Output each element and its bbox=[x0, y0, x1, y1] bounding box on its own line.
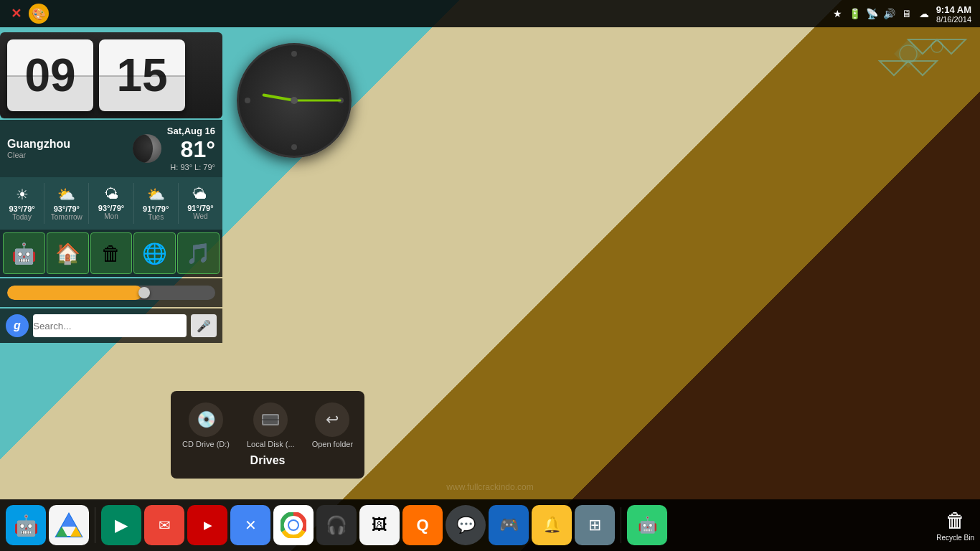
drive-triangle-icon bbox=[55, 512, 83, 538]
recycle-bin-icon: 🗑 bbox=[946, 509, 966, 532]
android-apps-icon[interactable]: 🤖 bbox=[627, 505, 667, 545]
forecast-wed: 🌥 91°/79° Wed bbox=[179, 183, 222, 224]
search-widget: g 🎤 bbox=[0, 309, 222, 343]
svg-point-7 bbox=[931, 41, 943, 52]
open-folder-item[interactable]: ↩ Open folder bbox=[312, 402, 353, 448]
forecast-mon-temp: 93°/79° bbox=[92, 204, 130, 212]
notifications-icon[interactable]: 🔔 bbox=[532, 505, 572, 545]
google-logo: g bbox=[6, 314, 29, 337]
forecast-tomorrow: ⛅ 93°/79° Tomorrow bbox=[44, 183, 89, 224]
close-x-button[interactable]: ✕ bbox=[6, 4, 26, 24]
photos-symbol: 🖼 bbox=[372, 516, 387, 534]
network-tray-icon[interactable]: 📡 bbox=[866, 7, 879, 20]
forecast-tomorrow-label: Tomorrow bbox=[47, 213, 85, 221]
clock-minute-display: 15 bbox=[99, 39, 185, 111]
sidebar-widgets: 09 15 Guangzhou Clear Sat,Aug 16 81° H: … bbox=[0, 32, 222, 343]
close-x-icon: ✕ bbox=[11, 6, 22, 22]
local-disk-label: Local Disk (... bbox=[247, 440, 295, 448]
time-date: 9:14 AM 8/16/2014 bbox=[936, 4, 971, 24]
svg-marker-11 bbox=[70, 527, 82, 537]
minute-hand bbox=[294, 100, 341, 102]
gamepad-icon: 🎮 bbox=[499, 516, 519, 534]
open-folder-label: Open folder bbox=[312, 440, 353, 448]
volume-tray-icon[interactable]: 🔊 bbox=[883, 7, 896, 20]
search-input[interactable] bbox=[33, 314, 187, 337]
android-file-icon: 🤖 bbox=[14, 514, 39, 537]
play-store-icon[interactable]: ▶ bbox=[101, 505, 141, 545]
forecast-wed-label: Wed bbox=[182, 212, 220, 220]
watermark: www.fullcrackindo.com bbox=[446, 482, 533, 492]
gmail-icon[interactable]: ✉ bbox=[144, 505, 184, 545]
bottom-apps: 🤖 ▶ ✉ ▶ ✕ bbox=[6, 505, 936, 545]
drives-items: 💿 CD Drive (D:) Local Disk (... ↩ Open f… bbox=[182, 402, 353, 448]
location-name: Guangzhou bbox=[7, 138, 127, 151]
messages-symbol: 💬 bbox=[456, 516, 476, 534]
forecast-tues: ⛅ 91°/79° Tues bbox=[134, 183, 179, 224]
youtube-icon[interactable]: ▶ bbox=[187, 505, 227, 545]
local-disk-item[interactable]: Local Disk (... bbox=[247, 402, 295, 448]
taskbar-top: ✕ 🎨 ★ 🔋 📡 🔊 🖥 ☁ 9:14 AM 8/16/2014 bbox=[0, 0, 980, 27]
palette-button[interactable]: 🎨 bbox=[29, 4, 49, 24]
star-tray-icon[interactable]: ★ bbox=[831, 7, 844, 20]
battery-tray-icon[interactable]: 🔋 bbox=[849, 7, 862, 20]
taskbar-top-left: ✕ 🎨 bbox=[0, 4, 55, 24]
drives-title: Drives bbox=[182, 454, 353, 467]
flip-clock-widget: 09 15 bbox=[0, 32, 222, 118]
grid-icon: ⊞ bbox=[588, 516, 601, 534]
forecast-tomorrow-temp: 93°/79° bbox=[47, 204, 85, 213]
location-info: Guangzhou Clear bbox=[7, 138, 127, 159]
weather-forecast: ☀ 93°/79° Today ⛅ 93°/79° Tomorrow 🌤 93°… bbox=[0, 177, 222, 230]
recycle-bin[interactable]: 🗑 Recycle Bin bbox=[936, 509, 974, 542]
clock-center bbox=[291, 97, 298, 104]
local-disk-icon bbox=[253, 402, 288, 437]
forecast-today-temp: 93°/79° bbox=[3, 204, 41, 213]
search-q-icon: Q bbox=[416, 516, 428, 534]
forecast-mon-icon: 🌤 bbox=[92, 186, 130, 202]
chrome-icon[interactable] bbox=[273, 505, 314, 545]
moon-icon bbox=[133, 134, 161, 163]
music-note-icon: 🎵 bbox=[186, 242, 211, 265]
svg-marker-10 bbox=[56, 527, 67, 537]
globe-launcher-btn[interactable]: 🌐 bbox=[133, 232, 176, 274]
system-tray: ★ 🔋 📡 🔊 🖥 ☁ bbox=[831, 7, 930, 20]
photos-icon[interactable]: 🖼 bbox=[359, 505, 400, 545]
weather-hilo: H: 93° L: 79° bbox=[167, 163, 215, 171]
android-launcher-btn[interactable]: 🤖 bbox=[3, 232, 45, 274]
microphone-icon: 🎤 bbox=[197, 319, 211, 333]
forecast-wed-temp: 91°/79° bbox=[182, 204, 220, 212]
open-folder-icon: ↩ bbox=[315, 402, 349, 437]
home-launcher-btn[interactable]: 🏠 bbox=[47, 232, 89, 274]
forecast-tues-temp: 91°/79° bbox=[137, 204, 175, 213]
slider-track[interactable] bbox=[7, 286, 215, 300]
cd-drive-item[interactable]: 💿 CD Drive (D:) bbox=[182, 402, 230, 448]
forecast-today-icon: ☀ bbox=[3, 186, 41, 203]
display-tray-icon[interactable]: 🖥 bbox=[900, 7, 913, 20]
maps-icon[interactable]: ✕ bbox=[230, 505, 270, 545]
analog-clock-container bbox=[237, 43, 352, 158]
weather-location-bar: Guangzhou Clear Sat,Aug 16 81° H: 93° L:… bbox=[0, 120, 222, 177]
bell-icon: 🔔 bbox=[542, 516, 562, 534]
android-file-manager-icon[interactable]: 🤖 bbox=[6, 505, 46, 545]
google-letter: g bbox=[14, 319, 21, 332]
forecast-mon: 🌤 93°/79° Mon bbox=[89, 183, 133, 224]
apps-grid-icon[interactable]: ⊞ bbox=[575, 505, 615, 545]
music-launcher-btn[interactable]: 🎵 bbox=[177, 232, 220, 274]
google-drive-icon[interactable] bbox=[49, 505, 89, 545]
weather-date: Sat,Aug 16 bbox=[167, 126, 215, 136]
weather-date-temp: Sat,Aug 16 81° H: 93° L: 79° bbox=[167, 126, 215, 171]
trash-icon: 🗑 bbox=[101, 242, 121, 265]
music-app-icon[interactable]: 🎧 bbox=[316, 505, 357, 545]
recycle-bin-label: Recycle Bin bbox=[936, 534, 974, 542]
time-display: 9:14 AM bbox=[936, 4, 971, 15]
search-app-icon[interactable]: Q bbox=[402, 505, 443, 545]
svg-marker-5 bbox=[894, 39, 923, 68]
gaming-icon[interactable]: 🎮 bbox=[489, 505, 529, 545]
cloud-tray-icon[interactable]: ☁ bbox=[918, 7, 930, 20]
svg-point-14 bbox=[289, 521, 298, 529]
slider-thumb[interactable] bbox=[138, 287, 150, 298]
messages-icon[interactable]: 💬 bbox=[446, 505, 486, 545]
globe-icon: 🌐 bbox=[142, 242, 167, 265]
trash-launcher-btn[interactable]: 🗑 bbox=[90, 232, 133, 274]
deco-top-right bbox=[844, 32, 973, 93]
microphone-button[interactable]: 🎤 bbox=[191, 314, 217, 337]
